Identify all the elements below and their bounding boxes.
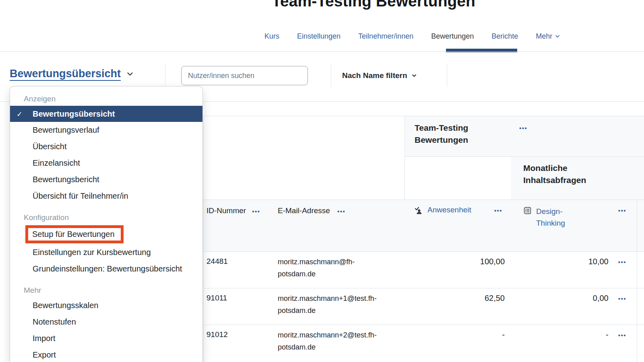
toolbar-divider [331,64,331,87]
grade-cell: - ••• [511,325,637,362]
id-value: 91012 [206,330,228,339]
attendance-grade: - [502,330,505,339]
toolbar-divider [165,64,165,87]
menu-section-header: Anzeigen [10,92,202,106]
name-filter-dropdown[interactable]: Nach Name filtern [342,66,417,85]
email-value: moritz.maschmann+1@test.fh-potsdam.de [278,294,377,315]
tab-bewertungen[interactable]: Bewertungen [431,32,474,41]
course-group-header-cell: Team-Testing Bewertungen ••• [405,116,644,157]
menu-item-grundeinstellungen[interactable]: Grundeinstellungen: Bewertungsübersicht [10,261,202,277]
chevron-down-icon [555,33,560,39]
grade-cell: 0,00 ••• [511,288,637,325]
table-row-cell: moritz.maschmann@fh-potsdam.de [269,252,405,288]
report-selector-label: Bewertungsübersicht [10,68,121,80]
table-row-cell: moritz.maschmann+1@test.fh-potsdam.de [269,288,405,325]
col-header-partial [637,200,644,252]
check-icon: ✓ [17,110,23,119]
menu-item-einstellungen-kursbewertung[interactable]: Einstellungen zur Kursbewertung [10,244,202,261]
id-value: 91011 [206,294,227,302]
report-selector-menu: Anzeigen ✓ Bewertungsübersicht Bewertung… [10,86,203,362]
page-title: Team-Testing Bewertungen [272,0,475,10]
table-row-cell: 24481 [203,252,269,288]
chevron-down-icon [411,72,417,79]
menu-item-bewertungsuebersicht[interactable]: ✓ Bewertungsübersicht [10,106,202,122]
category-empty-cell [405,157,511,200]
chevron-down-icon [126,70,134,78]
menu-item-notenstufen[interactable]: Notenstufen [10,314,202,330]
attendance-grade: 62,50 [485,294,505,302]
col-header-design-thinking-link[interactable]: Design-Thinking [536,206,568,229]
attendance-grade: 100,00 [480,257,505,266]
design-thinking-grade: 10,00 [519,257,609,266]
menu-item-setup-bewertungen-row: Setup für Bewertungen [10,225,202,243]
course-group-header: Team-Testing Bewertungen [415,122,475,146]
menu-item-label: Setup für Bewertungen [32,230,115,239]
category-header-cell: Monatliche Inhaltsabfragen [511,157,644,200]
tab-berichte[interactable]: Berichte [491,32,518,41]
tab-mehr-label: Mehr [536,32,552,41]
menu-item-label: Übersicht [33,142,66,151]
menu-item-einzelansicht[interactable]: Einzelansicht [10,155,202,171]
menu-item-label: Bewertungsübersicht [33,109,115,119]
grade-cell: - [405,325,512,362]
col-email-menu[interactable]: ••• [337,208,345,214]
col-design-thinking-menu[interactable]: ••• [618,208,626,214]
report-selector-dropdown[interactable]: Bewertungsübersicht [10,68,134,80]
col-header-id: ID-Nummer ••• [203,200,269,252]
menu-item-label: Import [33,334,56,343]
tab-mehr[interactable]: Mehr [536,32,560,41]
menu-item-bewertungsbericht[interactable]: Bewertungsbericht [10,171,202,188]
grade-cell-menu[interactable]: ••• [618,296,626,302]
menu-item-label: Einzelansicht [33,158,80,168]
menu-item-bewertungsskalen[interactable]: Bewertungsskalen [10,297,202,314]
col-header-id-label: ID-Nummer [206,206,246,215]
table-row-cell: 91012 [203,325,269,362]
menu-item-label: Bewertungsskalen [33,301,98,310]
course-group-menu[interactable]: ••• [519,125,527,131]
menu-item-label: Bewertungsverlauf [33,125,99,135]
design-thinking-grade: - [519,330,609,339]
col-id-menu[interactable]: ••• [252,208,260,214]
col-header-attendance-link[interactable]: Anwesenheit [427,206,471,214]
col-header-attendance: Anwesenheit ••• [405,200,512,252]
menu-item-label: Grundeinstellungen: Bewertungsübersicht [33,264,182,274]
header-divider [0,51,644,52]
grade-cell-partial [637,252,644,288]
table-span-cell [203,116,405,200]
menu-item-export[interactable]: Export [10,347,202,362]
tab-kurs[interactable]: Kurs [264,32,279,41]
menu-item-import[interactable]: Import [10,330,202,347]
toolbar-divider [447,64,447,87]
col-header-email-label: E-Mail-Adresse [278,206,330,215]
grade-cell: 62,50 [405,288,512,325]
id-value: 24481 [206,257,228,265]
menu-item-label: Notenstufen [33,317,76,327]
tab-teilnehmer[interactable]: Teilnehmer/innen [358,32,413,41]
menu-item-label: Bewertungsbericht [33,175,99,184]
grade-cell: 100,00 [405,252,512,288]
grade-cell-menu[interactable]: ••• [618,259,626,265]
grade-cell: 10,00 ••• [511,252,637,288]
questionnaire-icon [523,206,532,215]
col-header-design-thinking: Design-Thinking ••• [511,200,637,252]
grade-cell-partial [637,288,644,325]
grade-cell-menu[interactable]: ••• [618,332,626,338]
email-value: moritz.maschmann@fh-potsdam.de [278,258,355,278]
menu-item-bewertungsverlauf[interactable]: Bewertungsverlauf [10,122,202,138]
tutorial-highlight-box[interactable]: Setup für Bewertungen [25,225,124,243]
course-nav-tabs: Kurs Einstellungen Teilnehmer/innen Bewe… [264,29,560,43]
category-header: Monatliche Inhaltsabfragen [523,162,592,186]
menu-item-uebersicht[interactable]: Übersicht [10,138,202,155]
name-filter-label: Nach Name filtern [342,71,407,80]
email-value: moritz.maschmann+2@test.fh-potsdam.de [278,331,377,351]
menu-section-header: Konfiguration [10,211,202,224]
menu-item-uebersicht-teilnehmer[interactable]: Übersicht für Teilnehmer/in [10,188,202,204]
tab-einstellungen[interactable]: Einstellungen [297,32,341,41]
col-header-email: E-Mail-Adresse ••• [269,200,405,252]
menu-section-header: Mehr [10,284,202,297]
col-attendance-menu[interactable]: ••• [494,208,502,214]
moodle-grader-page: Team-Testing Bewertungen Kurs Einstellun… [0,0,644,362]
table-row-cell: 91011 [203,288,269,325]
search-input[interactable] [181,66,308,85]
design-thinking-grade: 0,00 [519,294,609,303]
